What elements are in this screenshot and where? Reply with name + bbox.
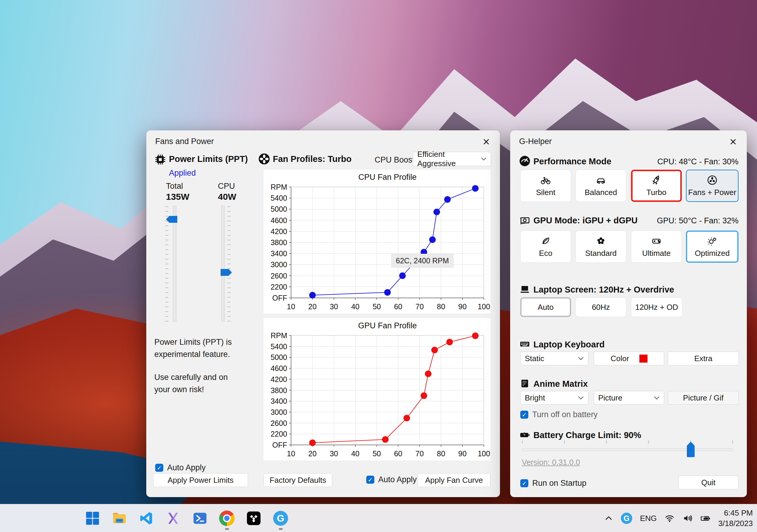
svg-text:3400: 3400 — [270, 397, 287, 405]
start-button[interactable] — [84, 509, 101, 528]
purple-dev-app-button[interactable] — [165, 509, 181, 528]
performance-turbo-button[interactable]: Turbo — [631, 170, 682, 202]
quit-button[interactable]: Quit — [678, 476, 739, 490]
svg-text:3400: 3400 — [270, 249, 287, 258]
run-on-startup-checkbox[interactable]: ✓ Run on Startup — [520, 479, 587, 488]
checkbox-check-icon: ✓ — [366, 476, 374, 484]
keyboard-extra-button[interactable]: Extra — [668, 351, 739, 365]
svg-text:5400: 5400 — [270, 194, 287, 202]
svg-text:5000: 5000 — [270, 205, 287, 213]
svg-text:GPU Fan Profile: GPU Fan Profile — [358, 321, 417, 330]
ghelper-tray-icon[interactable]: G — [621, 513, 632, 524]
svg-text:60: 60 — [394, 302, 402, 311]
svg-text:80: 80 — [437, 449, 445, 458]
performance-balanced-button[interactable]: Balanced — [576, 170, 626, 202]
svg-text:3800: 3800 — [270, 386, 287, 395]
factory-defaults-button[interactable]: Factory Defaults — [263, 473, 332, 487]
cpu-temp-status: CPU: 48°C - Fan: 30% — [657, 157, 739, 166]
keyboard-color-button[interactable]: Color — [594, 351, 664, 365]
fan-icon — [707, 175, 717, 185]
svg-text:40: 40 — [351, 302, 359, 311]
powershell-button[interactable] — [192, 509, 208, 528]
auto-apply-power-label: Auto Apply — [167, 463, 206, 472]
chrome-button[interactable] — [219, 509, 235, 528]
auto-apply-power-checkbox[interactable]: ✓ Auto Apply — [155, 463, 206, 472]
gpu-mode-heading: GPU Mode: iGPU + dGPU — [533, 216, 638, 225]
screen-60hz-button[interactable]: 60Hz — [576, 297, 626, 317]
matrix-mode-value: Picture — [598, 393, 622, 403]
svg-text:50: 50 — [373, 449, 381, 458]
gpu-ultimate-button[interactable]: Ultimate — [631, 231, 682, 263]
gpu-standard-button[interactable]: Standard — [576, 231, 626, 263]
svg-text:3000: 3000 — [270, 260, 287, 269]
gpu-fan-curve-chart[interactable]: GPU Fan Profile102030405060708090100OFF2… — [263, 318, 491, 461]
ghelper-window-title: G-Helper — [519, 137, 552, 146]
chevron-down-icon — [578, 357, 584, 360]
matrix-mode-select[interactable]: Picture — [594, 391, 664, 405]
svg-text:90: 90 — [458, 449, 467, 458]
keyboard-mode-select[interactable]: Static — [520, 351, 588, 365]
gauge-icon — [519, 155, 530, 167]
apply-power-limits-button[interactable]: Apply Power Limits — [153, 473, 248, 487]
matrix-brightness-select[interactable]: Bright — [520, 391, 588, 405]
keyboard-icon — [519, 338, 530, 350]
vscode-button[interactable] — [138, 509, 155, 528]
close-icon[interactable]: × — [726, 134, 740, 149]
tidal-button[interactable] — [245, 509, 262, 528]
fans-window-title: Fans and Power — [155, 137, 214, 146]
gpu-optimized-button[interactable]: Optimized — [686, 231, 739, 263]
total-power-slider[interactable] — [173, 206, 176, 322]
gamepad-icon — [651, 236, 662, 246]
car-icon — [595, 175, 606, 185]
total-value: 135W — [166, 192, 189, 202]
svg-text:20: 20 — [308, 449, 317, 458]
cpu-boost-select[interactable]: Efficient Aggressive — [413, 152, 491, 166]
svg-text:2200: 2200 — [270, 430, 287, 438]
taskbar-clock[interactable]: 6:45 PM 3/18/2023 — [718, 508, 753, 529]
battery-slider-thumb[interactable] — [687, 442, 695, 457]
svg-text:10: 10 — [287, 449, 295, 458]
auto-apply-fan-checkbox[interactable]: ✓ Auto Apply — [366, 475, 417, 484]
cpu-power-slider[interactable] — [221, 206, 225, 322]
svg-text:3000: 3000 — [270, 408, 287, 416]
matrix-battery-checkbox[interactable]: ✓ Turn off on battery — [520, 410, 598, 419]
svg-text:30: 30 — [330, 302, 338, 311]
cpu-value: 40W — [218, 192, 236, 202]
bicycle-icon — [540, 175, 551, 185]
volume-icon[interactable] — [682, 513, 692, 523]
apply-fan-curve-button[interactable]: Apply Fan Curve — [418, 473, 491, 487]
matrix-picture-gif-button[interactable]: Picture / Gif — [668, 391, 739, 405]
svg-text:90: 90 — [458, 302, 467, 311]
close-icon[interactable]: × — [479, 134, 494, 149]
cpu-fan-curve-chart[interactable]: CPU Fan Profile102030405060708090100OFF2… — [263, 170, 491, 313]
tray-chevron-up-icon[interactable] — [604, 514, 613, 523]
svg-text:4200: 4200 — [270, 375, 287, 383]
fan-profiles-heading: Fan Profiles: Turbo — [273, 154, 352, 164]
running-indicator — [279, 528, 283, 530]
file-explorer-button[interactable] — [111, 509, 128, 528]
performance-silent-button[interactable]: Silent — [520, 170, 571, 202]
version-link[interactable]: Version: 0.31.0.0 — [522, 458, 580, 467]
ghelper-taskbar-button[interactable]: G — [272, 509, 289, 528]
performance-fans-power-button[interactable]: Fans + Power — [686, 170, 739, 202]
wifi-icon[interactable] — [664, 513, 675, 523]
screen-auto-button[interactable]: Auto — [520, 297, 571, 317]
battery-slider-track[interactable] — [522, 448, 733, 451]
battery-charging-icon[interactable] — [700, 513, 711, 523]
power-limits-heading: Power Limits (PPT) — [169, 154, 248, 164]
power-limits-status: Applied — [169, 168, 196, 178]
run-on-startup-label: Run on Startup — [532, 479, 587, 488]
taskbar-apps: G — [84, 504, 289, 532]
svg-text:OFF: OFF — [272, 294, 287, 302]
file-explorer-icon — [111, 510, 128, 526]
gpu-eco-button[interactable]: Eco — [520, 231, 571, 263]
clock-time: 6:45 PM — [718, 508, 753, 518]
gpu-card-icon — [519, 214, 530, 226]
running-indicator — [225, 528, 229, 530]
cpu-slider-ticks — [227, 206, 230, 322]
language-indicator[interactable]: ENG — [640, 514, 657, 523]
slider-tick — [648, 440, 649, 444]
cpu-boost-label: CPU Boost — [375, 155, 415, 165]
screen-120hz-od-button[interactable]: 120Hz + OD — [631, 297, 682, 317]
windows-start-icon — [85, 511, 100, 526]
